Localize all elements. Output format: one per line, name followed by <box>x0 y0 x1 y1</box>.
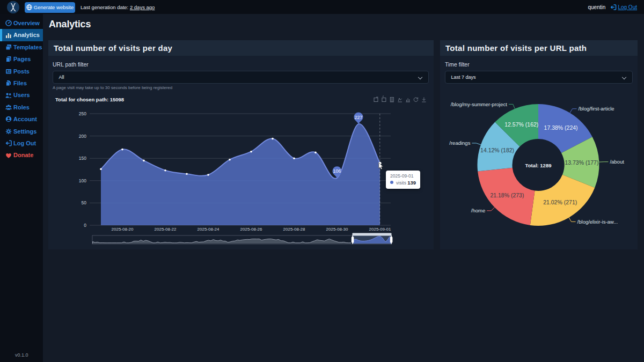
svg-text:2025-08-22: 2025-08-22 <box>155 227 177 232</box>
svg-text:/readings: /readings <box>449 140 470 146</box>
svg-text:250: 250 <box>79 111 86 116</box>
svg-text:13.73% (177): 13.73% (177) <box>565 159 598 166</box>
svg-text:2025-09-01: 2025-09-01 <box>369 227 391 232</box>
svg-text:200: 200 <box>79 134 86 139</box>
svg-text:2025-08-26: 2025-08-26 <box>240 227 262 232</box>
svg-text:/blog/first-article: /blog/first-article <box>579 106 614 112</box>
svg-text:14.12% (182): 14.12% (182) <box>480 147 514 153</box>
svg-text:21.18% (273): 21.18% (273) <box>490 192 524 198</box>
svg-text:12.57% (162): 12.57% (162) <box>504 121 538 128</box>
svg-text:/blog/elixir-is-aw...: /blog/elixir-is-aw... <box>577 219 618 225</box>
svg-text:150: 150 <box>79 156 86 161</box>
svg-text:/home: /home <box>471 208 485 213</box>
svg-text:50: 50 <box>82 200 87 205</box>
svg-text:100: 100 <box>79 178 86 183</box>
svg-text:21.02% (271): 21.02% (271) <box>543 199 577 205</box>
svg-text:Total: 1289: Total: 1289 <box>525 162 552 168</box>
svg-text:/blog/my-summer-project: /blog/my-summer-project <box>451 101 507 107</box>
svg-text:/about: /about <box>610 159 624 165</box>
svg-text:2025-08-24: 2025-08-24 <box>197 227 219 232</box>
svg-text:17.38% (224): 17.38% (224) <box>544 124 578 131</box>
svg-text:2025-08-20: 2025-08-20 <box>112 227 134 232</box>
svg-text:2025-08-30: 2025-08-30 <box>326 227 348 232</box>
svg-text:106: 106 <box>333 168 341 174</box>
svg-text:0: 0 <box>84 223 86 228</box>
svg-text:227: 227 <box>354 115 362 120</box>
svg-text:2025-08-28: 2025-08-28 <box>283 227 305 232</box>
